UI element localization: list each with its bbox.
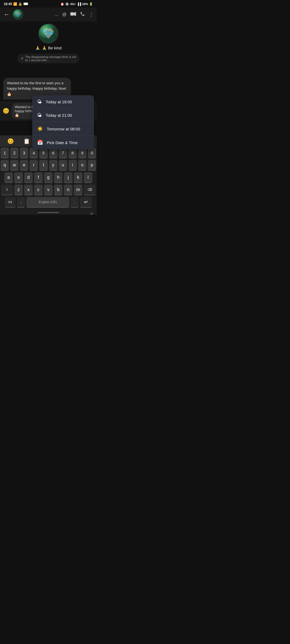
svg-point-19	[50, 33, 52, 35]
mention-button[interactable]: @	[62, 12, 67, 17]
key-h[interactable]: h	[54, 172, 63, 183]
key-0[interactable]: 0	[88, 148, 96, 158]
schedule-item-tomorrow-08[interactable]: ☀️ Tomorrow at 08:00	[32, 122, 94, 136]
key-q[interactable]: q	[1, 160, 9, 171]
key-m[interactable]: m	[74, 185, 82, 195]
disappearing-text: The disappearing message timer is setto …	[25, 55, 76, 62]
contact-avatar-small[interactable]	[13, 9, 23, 20]
key-u[interactable]: u	[59, 160, 67, 171]
key-d[interactable]: d	[24, 172, 33, 183]
svg-point-6	[19, 13, 20, 14]
key-4[interactable]: 4	[30, 148, 38, 158]
key-w[interactable]: w	[10, 160, 19, 171]
kb-clipboard-btn[interactable]: 📋	[23, 138, 30, 144]
period-key[interactable]: .	[71, 197, 79, 208]
kb-emoji-btn[interactable]: 😊	[7, 138, 14, 144]
prayer-emoji: 🙏	[35, 46, 40, 50]
key-row-numbers: 1 2 3 4 5 6 7 8 9 0	[1, 148, 96, 158]
shift-key[interactable]: ⇧	[1, 185, 13, 195]
svg-point-20	[47, 35, 49, 37]
schedule-item-today-21[interactable]: 🌤 Today at 21:00	[32, 109, 94, 122]
signal-bars: ▐▐	[77, 2, 81, 6]
key-c[interactable]: c	[34, 185, 43, 195]
keyboard-rows: 1 2 3 4 5 6 7 8 9 0 q w e r t y u i o p …	[0, 147, 97, 210]
key-row-asdf: a s d f g h j k l	[1, 172, 96, 183]
hotspot-icon: 🔘	[65, 2, 69, 6]
contact-name-text: 🙏 Be kind	[42, 46, 61, 50]
key-row-zxcv: ⇧ z x c v b n m ⌫	[1, 185, 96, 195]
battery-level: 18%	[82, 2, 88, 6]
calendar-icon: 📅	[37, 140, 43, 145]
svg-point-15	[51, 30, 53, 32]
signal-icon: 📶	[13, 2, 17, 6]
network-type: 4G+	[70, 2, 76, 6]
key-v[interactable]: v	[44, 185, 53, 195]
key-2[interactable]: 2	[10, 148, 19, 158]
key-k[interactable]: k	[74, 172, 82, 183]
key-f[interactable]: f	[34, 172, 43, 183]
svg-point-4	[16, 13, 17, 14]
key-l[interactable]: l	[84, 172, 92, 183]
delete-key[interactable]: ⌫	[84, 185, 96, 195]
status-left: 16:45 📶 🔒 ⌨	[4, 2, 28, 6]
return-key[interactable]: ↵	[80, 197, 92, 208]
schedule-item-pick-date[interactable]: 📅 Pick Date & Time	[32, 136, 94, 149]
svg-point-17	[50, 28, 51, 30]
more-dots-button[interactable]: ...	[55, 12, 58, 17]
message-text: Wanted to be the first to wish you a hap…	[7, 81, 66, 96]
key-n[interactable]: n	[64, 185, 73, 195]
key-9[interactable]: 9	[78, 148, 86, 158]
key-t[interactable]: t	[39, 160, 48, 171]
overflow-menu-button[interactable]: ⋮	[89, 11, 94, 18]
key-6[interactable]: 6	[49, 148, 57, 158]
chat-area: 🙏 🙏 Be kind ⏱ The disappearing message t…	[0, 21, 97, 78]
video-call-button[interactable]	[70, 12, 76, 17]
key-a[interactable]: a	[4, 172, 13, 183]
key-i[interactable]: i	[68, 160, 77, 171]
key-b[interactable]: b	[54, 185, 63, 195]
key-j[interactable]: j	[64, 172, 73, 183]
top-bar: ← ...	[0, 8, 97, 21]
status-time: 16:45	[4, 2, 12, 6]
keyboard-bottom-bar: ∨	[0, 210, 97, 215]
contact-avatar-big[interactable]	[38, 24, 58, 43]
schedule-label-today-21: Today at 21:00	[46, 113, 72, 118]
sun-icon-3: ☀️	[37, 126, 43, 132]
key-row-bottom: !#1 , English (UK) . ↵	[1, 197, 96, 208]
back-button[interactable]: ←	[3, 10, 11, 19]
comma-key[interactable]: ,	[17, 197, 25, 208]
key-3[interactable]: 3	[20, 148, 28, 158]
space-key[interactable]: English (UK)	[26, 197, 69, 208]
timer-icon: ⏱	[21, 57, 24, 60]
keyboard-icon: ⌨	[23, 2, 28, 6]
key-z[interactable]: z	[14, 185, 23, 195]
key-5[interactable]: 5	[39, 148, 48, 158]
key-7[interactable]: 7	[59, 148, 67, 158]
svg-point-18	[45, 33, 46, 35]
top-bar-actions: ... @ ⋮	[55, 11, 94, 18]
sun-icon-2: 🌤	[37, 112, 42, 118]
key-x[interactable]: x	[24, 185, 33, 195]
svg-point-14	[48, 29, 49, 31]
key-p[interactable]: p	[88, 160, 96, 171]
key-e[interactable]: e	[20, 160, 28, 171]
voice-call-button[interactable]	[80, 12, 85, 17]
svg-point-13	[44, 30, 46, 32]
hide-keyboard-button[interactable]: ∨	[90, 211, 93, 215]
key-r[interactable]: r	[30, 160, 38, 171]
status-right: ⏰ 🔘 4G+ ▐▐ 18% 🔋	[60, 2, 93, 6]
sun-icon-1: 🌤	[37, 99, 42, 105]
key-y[interactable]: y	[49, 160, 57, 171]
key-1[interactable]: 1	[1, 148, 9, 158]
key-o[interactable]: o	[78, 160, 86, 171]
status-bar: 16:45 📶 🔒 ⌨ ⏰ 🔘 4G+ ▐▐ 18% 🔋	[0, 0, 97, 8]
alarm-icon: ⏰	[60, 2, 64, 6]
schedule-item-today-18[interactable]: 🌤 Today at 18:00	[32, 95, 94, 109]
key-8[interactable]: 8	[68, 148, 77, 158]
emoji-button[interactable]: 😊	[3, 108, 9, 114]
key-g[interactable]: g	[44, 172, 53, 183]
svg-point-5	[18, 12, 19, 13]
disappearing-notice: ⏱ The disappearing message timer is sett…	[17, 54, 79, 63]
symbols-key[interactable]: !#1	[5, 197, 16, 208]
key-s[interactable]: s	[14, 172, 23, 183]
